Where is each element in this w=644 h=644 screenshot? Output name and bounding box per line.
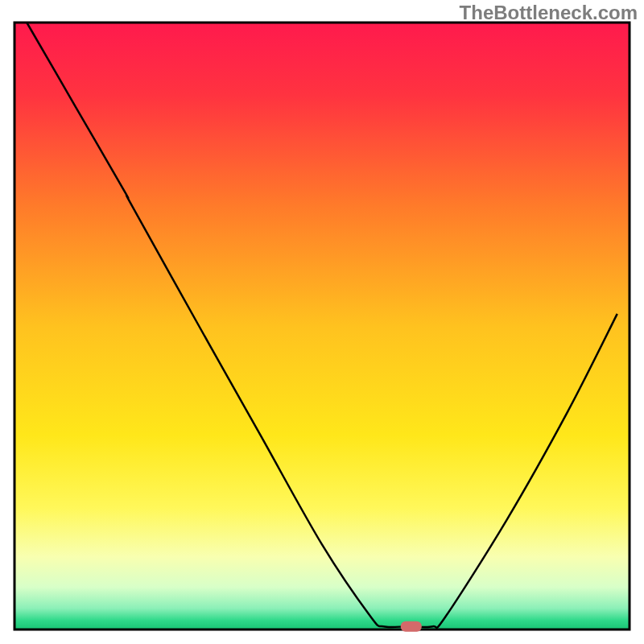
optimal-marker	[401, 621, 422, 632]
bottleneck-chart	[0, 0, 644, 644]
watermark-text: TheBottleneck.com	[460, 2, 638, 24]
chart-container: TheBottleneck.com	[0, 0, 644, 644]
plot-area	[14, 23, 630, 630]
